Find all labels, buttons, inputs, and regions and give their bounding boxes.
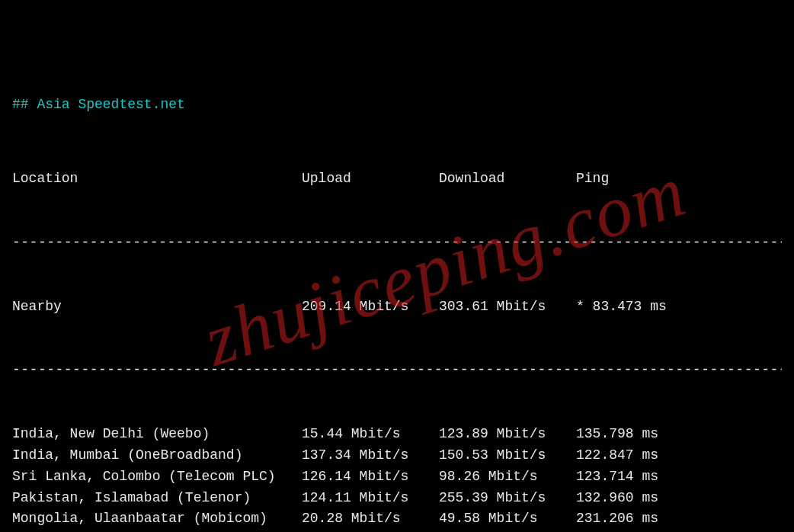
nearby-upload: 209.14 Mbit/s <box>302 296 439 318</box>
title-text: Asia Speedtest.net <box>37 97 184 112</box>
separator-line: ----------------------------------------… <box>12 360 782 381</box>
cell-ping: 123.714 ms <box>576 466 728 488</box>
cell-upload: 20.28 Mbit/s <box>302 508 439 530</box>
table-row: Mongolia, Ulaanbaatar (Mobicom)20.28 Mbi… <box>12 508 782 530</box>
header-upload: Upload <box>302 168 439 190</box>
cell-download: 49.58 Mbit/s <box>439 508 576 530</box>
header-download: Download <box>439 168 576 190</box>
cell-download: 123.89 Mbit/s <box>439 424 576 445</box>
cell-location: India, Mumbai (OneBroadband) <box>12 445 302 466</box>
cell-ping: 231.206 ms <box>576 508 728 530</box>
header-location: Location <box>12 168 302 190</box>
nearby-download: 303.61 Mbit/s <box>439 296 576 318</box>
cell-download: 150.53 Mbit/s <box>439 445 576 466</box>
nearby-row: Nearby209.14 Mbit/s303.61 Mbit/s* 83.473… <box>12 296 782 318</box>
cell-location: India, New Delhi (Weebo) <box>12 424 302 445</box>
cell-ping: 135.798 ms <box>576 424 728 445</box>
cell-location: Sri Lanka, Colombo (Telecom PLC) <box>12 466 302 488</box>
cell-download: 98.26 Mbit/s <box>439 466 576 488</box>
title-prefix: ## <box>12 97 37 112</box>
header-ping: Ping <box>576 168 728 190</box>
cell-upload: 124.11 Mbit/s <box>302 488 439 509</box>
separator-line: ----------------------------------------… <box>12 232 782 254</box>
table-row: India, New Delhi (Weebo)15.44 Mbit/s123.… <box>12 424 782 445</box>
cell-location: Pakistan, Islamabad (Telenor) <box>12 488 302 509</box>
table-row: Pakistan, Islamabad (Telenor)124.11 Mbit… <box>12 488 782 509</box>
nearby-location: Nearby <box>12 296 302 318</box>
cell-ping: 122.847 ms <box>576 445 728 466</box>
cell-upload: 137.34 Mbit/s <box>302 445 439 466</box>
cell-upload: 15.44 Mbit/s <box>302 424 439 445</box>
table-row: India, Mumbai (OneBroadband)137.34 Mbit/… <box>12 445 782 466</box>
table-header-row: LocationUploadDownloadPing <box>12 168 782 190</box>
data-rows: India, New Delhi (Weebo)15.44 Mbit/s123.… <box>12 424 782 532</box>
cell-upload: 126.14 Mbit/s <box>302 466 439 488</box>
cell-location: Mongolia, Ulaanbaatar (Mobicom) <box>12 508 302 530</box>
table-row: Sri Lanka, Colombo (Telecom PLC)126.14 M… <box>12 466 782 488</box>
cell-ping: 132.960 ms <box>576 488 728 509</box>
section-title: ## Asia Speedtest.net <box>12 95 782 116</box>
nearby-ping: * 83.473 ms <box>576 296 728 318</box>
cell-download: 255.39 Mbit/s <box>439 488 576 509</box>
